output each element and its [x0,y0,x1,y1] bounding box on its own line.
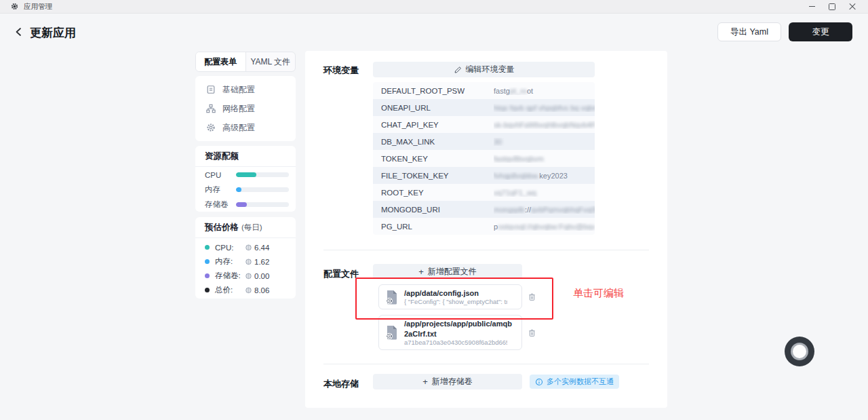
config-file-card[interactable]: /app/data/config.json{ "FeConfig": { "sh… [378,284,522,309]
quota-label: 存储卷 [205,199,233,210]
back-icon[interactable] [14,26,24,37]
env-row: PG_URLpostqvsql://qbvqbw:Fqbv@bqv [373,218,595,235]
add-storage-volume-button[interactable]: + 新增存储卷 [373,374,522,389]
config-file-card[interactable]: /app/projects/app/public/amqb2aClrf.txta… [378,315,522,350]
env-value: mongqdb://qvbPqmvqbhqFvq0bvq [494,206,595,214]
env-key: ROOT_KEY [373,189,494,197]
price-row-total: 总价:8.06 [195,283,296,297]
coin-icon [245,286,252,294]
env-value-part: fastg [494,87,510,95]
config-file-preview: a71bea710a3e0430c5908f6a2bd66526 [404,339,507,346]
info-icon [535,378,543,386]
quota-label: 内存 [205,185,233,195]
tab-form[interactable]: 配置表单 [196,52,246,71]
coin-icon [245,258,252,265]
env-value-redacted: htqs fqvb qpf vhpqbfvs bq vqbm [494,104,595,112]
section-divider-2 [323,364,649,364]
edit-env-label: 编辑环境变量 [466,64,515,75]
config-nav: 基础配置网络配置高级配置 [195,76,296,141]
env-key: PG_URL [373,223,494,231]
app-window: 应用管理 更新应用 导出 Yaml 变更 配置表单YAML 文件 基础配置网络配… [0,0,868,420]
annotation-text: 单击可编辑 [573,287,624,300]
quota-bar-track [236,202,289,207]
config-file-texts: /app/projects/app/public/amqb2aClrf.txta… [404,319,515,346]
config-file-texts: /app/data/config.json{ "FeConfig": { "sh… [404,288,507,305]
coin-icon [245,272,252,280]
local-storage-section-label: 本地存储 [323,378,359,390]
env-value: fastgpt_root [494,87,595,95]
resource-quota-title: 资源配额 [195,146,296,167]
env-value-redacted: sk-bqvhFaWbvqhlbvqbNqvb4Fqv [494,121,595,129]
env-value: 30 [494,138,595,146]
minimize-icon[interactable] [806,1,818,12]
env-value-redacted: 30 [494,138,502,146]
delete-file-button[interactable] [528,328,536,337]
sidebar-item-network[interactable]: 网络配置 [195,99,296,118]
gear-icon [206,123,216,132]
config-file-list: /app/data/config.json{ "FeConfig": { "sh… [373,284,595,356]
env-value-redacted: pt_ro [510,87,527,95]
price-value: 1.62 [245,258,269,266]
env-value-redacted: vq71qF1_wq [494,189,536,197]
storage-hint-text: 多个实例数据不互通 [547,377,614,387]
quota-label: CPU [205,171,233,179]
env-value-redacted: mongqdb [494,206,525,214]
env-row: DEFAULT_ROOT_PSWfastgpt_root [373,82,595,99]
edit-env-button[interactable]: 编辑环境变量 [373,62,595,77]
estimated-price-card: 预估价格 (每日) CPU:6.44内存:1.62存储卷:0.00总价:8.06 [195,217,296,299]
storage-hint-badge: 多个实例数据不互通 [530,375,619,389]
sidebar-item-advanced[interactable]: 高级配置 [195,118,296,137]
price-label: 总价: [215,285,245,295]
quota-row: 内存 [195,183,296,197]
env-section-label: 环境变量 [323,64,359,77]
price-row-cpu: CPU:6.44 [195,240,296,254]
env-row: FILE_TOKEN_KEYfvhqp8vqbbw.key2023 [373,167,595,184]
resource-quota-card: 资源配额 CPU内存存储卷 [195,146,296,212]
sidebar-item-basic[interactable]: 基础配置 [195,80,296,99]
tab-yaml[interactable]: YAML 文件 [246,52,296,71]
quota-bar-fill [236,187,241,192]
env-value-part: :// [525,206,531,214]
apply-changes-button[interactable]: 变更 [789,22,852,41]
trash-icon [528,292,536,301]
price-value: 8.06 [245,286,269,294]
price-dot [205,259,210,264]
config-files-section-label: 配置文件 [323,268,359,280]
add-config-file-label: 新增配置文件 [428,266,477,278]
env-key: CHAT_API_KEY [373,121,494,129]
config-mode-tabs: 配置表单YAML 文件 [195,52,296,72]
price-label: CPU: [215,244,245,252]
floating-assistant-core [793,345,806,358]
env-value: fvhqp8vqbbw.key2023 [494,172,595,180]
quota-row: CPU [195,168,296,182]
config-file-row: /app/projects/app/public/amqb2aClrf.txta… [378,315,595,350]
config-file-name: /app/projects/app/public/amqb2aClrf.txt [404,319,515,339]
pencil-icon [454,66,462,74]
restore-icon[interactable] [826,1,838,12]
price-value: 0.00 [245,272,269,280]
env-row: ROOT_KEYvq71qF1_wq [373,184,595,201]
env-row: CHAT_API_KEYsk-bqvhFaWbvqhlbvqbNqvb4Fqv [373,116,595,133]
env-value-redacted: qvbPqmvqbhqFvq0bvq [531,206,595,214]
env-value: sk-bqvhFaWbvqhlbvqbNqvb4Fqv [494,121,595,129]
env-value: postqvsql://qbvqbw:Fqbv@bqv [494,223,595,231]
resource-quota-rows: CPU内存存储卷 [195,168,296,212]
quota-bar-fill [236,202,247,207]
quota-row: 存储卷 [195,197,296,212]
plus-icon: + [422,377,428,386]
price-dot [205,245,210,250]
close-icon[interactable] [846,1,859,12]
add-config-file-button[interactable]: + 新增配置文件 [373,264,522,279]
network-icon [206,104,216,113]
env-row: MONGODB_URImongqdb://qvbPqmvqbhqFvq0bvq [373,201,595,218]
floating-assistant-button[interactable] [785,337,814,366]
export-yaml-button[interactable]: 导出 Yaml [717,22,781,41]
titlebar-title: 应用管理 [24,2,52,12]
env-value: vq71qF1_wq [494,189,595,197]
add-storage-volume-label: 新增存储卷 [432,376,473,387]
app-logo-icon [11,3,18,10]
delete-file-button[interactable] [528,292,536,301]
price-period-suffix: (每日) [241,223,262,233]
file-gear-icon [385,325,399,340]
price-row-storage: 存储卷:0.00 [195,269,296,283]
